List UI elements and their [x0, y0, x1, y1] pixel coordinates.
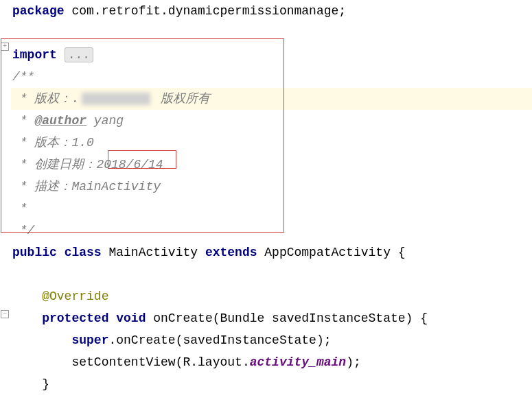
paren-open: (: [176, 333, 183, 347]
keyword-extends: extends: [205, 246, 257, 259]
keyword-void: void: [116, 311, 146, 325]
super-call: .onCreate: [108, 333, 175, 347]
method-brace-close: }: [42, 377, 49, 391]
code-line: * @author yang: [12, 110, 532, 132]
folded-ellipsis[interactable]: ...: [65, 47, 93, 62]
code-editor[interactable]: package com.retrofit.dynamicpermissionma…: [0, 0, 532, 395]
setcontentview-call: setContentView: [71, 355, 175, 369]
code-line: public class MainActivity extends AppCom…: [12, 241, 532, 263]
blank-line: [12, 263, 532, 285]
method-param: Bundle savedInstanceState: [220, 311, 406, 325]
package-path: com.retrofit.dynamicpermissionmanage;: [65, 4, 346, 18]
paren-open: (: [176, 355, 183, 369]
gutter: + −: [0, 0, 11, 402]
javadoc-author-name: yang: [86, 114, 124, 128]
code-line-highlighted: * 版权：. 版权所有: [0, 88, 532, 110]
javadoc-close: */: [12, 224, 34, 237]
code-line: super.onCreate(savedInstanceState);: [12, 329, 532, 351]
javadoc-empty: *: [12, 202, 27, 215]
semicolon: ;: [354, 355, 361, 369]
annotation-override: @Override: [42, 289, 108, 303]
super-arg: savedInstanceState: [183, 333, 316, 347]
semicolon: ;: [324, 333, 332, 347]
paren-close: ): [406, 311, 413, 325]
keyword-class: class: [65, 246, 102, 259]
javadoc-copyright-suffix: 版权所有: [153, 92, 210, 106]
code-line: * 版本：1.0: [12, 132, 532, 154]
code-line: package com.retrofit.dynamicpermissionma…: [12, 0, 532, 22]
method-name: onCreate: [146, 311, 212, 325]
redacted-text: [82, 93, 150, 105]
javadoc-date: * 创建日期：2018/6/14: [12, 158, 163, 172]
keyword-public: public: [12, 246, 57, 259]
javadoc-author-tag: @author: [34, 114, 86, 128]
code-line: }: [12, 373, 532, 395]
brace-open: {: [398, 246, 406, 259]
r-layout: R.layout.: [183, 355, 249, 369]
code-line: * 创建日期：2018/6/14: [12, 154, 532, 176]
fold-toggle-method[interactable]: −: [1, 310, 9, 318]
code-line: import ...: [12, 44, 532, 66]
javadoc-author-prefix: *: [12, 114, 34, 128]
javadoc-copyright-prefix: * 版权：.: [12, 92, 79, 106]
code-line: *: [12, 198, 532, 220]
superclass-name: AppCompatActivity: [257, 246, 398, 259]
javadoc-desc: * 描述：MainActivity: [12, 180, 161, 193]
javadoc-open: /**: [12, 70, 34, 84]
keyword-super: super: [71, 333, 108, 347]
javadoc-version: * 版本：1.0: [12, 136, 94, 150]
code-line: @Override: [12, 285, 532, 307]
code-line: setContentView(R.layout.activity_main);: [12, 351, 532, 373]
keyword-import: import: [12, 48, 57, 62]
class-name: MainActivity: [102, 246, 205, 259]
code-line: */: [12, 220, 532, 241]
fold-toggle-import[interactable]: +: [1, 43, 9, 51]
paren-close: ): [316, 333, 324, 347]
blank-line: [12, 22, 532, 44]
keyword-protected: protected: [42, 311, 108, 325]
code-line: /**: [12, 66, 532, 88]
layout-resource: activity_main: [250, 355, 346, 369]
keyword-package: package: [12, 4, 65, 18]
paren-open: (: [213, 311, 220, 325]
method-brace-open: {: [413, 311, 428, 325]
code-line: * 描述：MainActivity: [12, 176, 532, 198]
paren-close: ): [346, 355, 354, 369]
code-line: protected void onCreate(Bundle savedInst…: [12, 307, 532, 329]
